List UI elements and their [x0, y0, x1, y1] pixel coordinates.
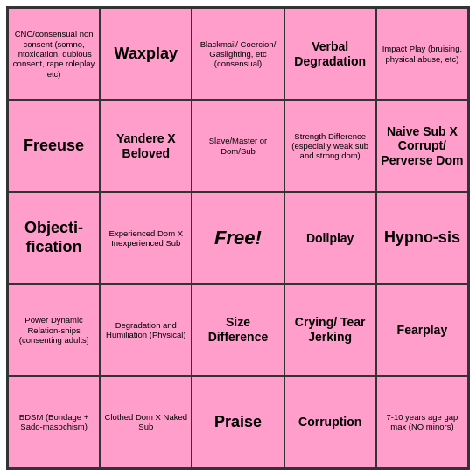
bingo-cell-r3c1: Degradation and Humiliation (Physical) — [100, 284, 192, 376]
bingo-cell-r4c2: Praise — [192, 376, 284, 468]
bingo-cell-r2c4: Hypno-sis — [376, 192, 468, 284]
bingo-cell-r1c0: Freeuse — [8, 100, 100, 192]
bingo-cell-r1c1: Yandere X Beloved — [100, 100, 192, 192]
bingo-cell-r0c2: Blackmail/ Coercion/ Gaslighting, etc (c… — [192, 8, 284, 100]
bingo-cell-r2c0: Objecti-fication — [8, 192, 100, 284]
bingo-cell-r2c3: Dollplay — [284, 192, 376, 284]
bingo-cell-r1c4: Naive Sub X Corrupt/ Perverse Dom — [376, 100, 468, 192]
bingo-cell-r4c4: 7-10 years age gap max (NO minors) — [376, 376, 468, 468]
bingo-cell-r0c0: CNC/consensual non consent (somno, intox… — [8, 8, 100, 100]
bingo-cell-r0c3: Verbal Degradation — [284, 8, 376, 100]
bingo-cell-r4c0: BDSM (Bondage + Sado-masochism) — [8, 376, 100, 468]
bingo-cell-r0c1: Waxplay — [100, 8, 192, 100]
bingo-cell-r3c2: Size Difference — [192, 284, 284, 376]
bingo-cell-r1c3: Strength Difference (especially weak sub… — [284, 100, 376, 192]
bingo-cell-r2c2: Free! — [192, 192, 284, 284]
bingo-cell-r3c0: Power Dynamic Relation-ships (consenting… — [8, 284, 100, 376]
bingo-cell-r4c1: Clothed Dom X Naked Sub — [100, 376, 192, 468]
bingo-cell-r2c1: Experienced Dom X Inexperienced Sub — [100, 192, 192, 284]
bingo-cell-r3c4: Fearplay — [376, 284, 468, 376]
bingo-cell-r1c2: Slave/Master or Dom/Sub — [192, 100, 284, 192]
bingo-cell-r0c4: Impact Play (bruising, physical abuse, e… — [376, 8, 468, 100]
bingo-cell-r4c3: Corruption — [284, 376, 376, 468]
bingo-card: CNC/consensual non consent (somno, intox… — [6, 6, 470, 470]
bingo-cell-r3c3: Crying/ Tear Jerking — [284, 284, 376, 376]
